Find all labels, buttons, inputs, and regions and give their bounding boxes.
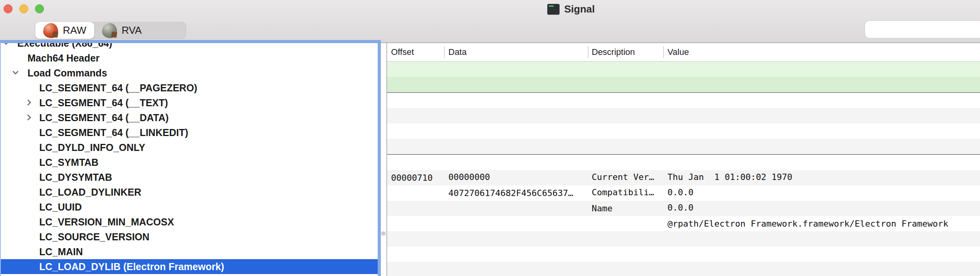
chevron-down-icon[interactable]: [3, 40, 9, 45]
sidebar-item-lc-source-version[interactable]: LC_SOURCE_VERSION: [1, 229, 378, 244]
titlebar: Signal RAW RVA: [0, 0, 980, 43]
table-row[interactable]: 000006F8 0000000C Command LC_LOAD_DYLIB: [387, 62, 980, 77]
machoview-icon: [43, 23, 58, 38]
sidebar-item-load-commands[interactable]: Load Commands: [1, 65, 378, 80]
search-input[interactable]: [870, 21, 980, 38]
pane-splitter[interactable]: [381, 43, 386, 276]
document-icon: [547, 4, 559, 15]
sidebar-item-lc-symtab[interactable]: LC_SYMTAB: [1, 155, 378, 170]
table-row[interactable]: 00000700 00000018 Str Offset 24: [387, 93, 980, 108]
segment-raw-label: RAW: [63, 24, 86, 36]
column-header-data[interactable]: Data: [448, 43, 466, 61]
chevron-right-icon[interactable]: [25, 100, 31, 106]
table-row[interactable]: 00000710 4072706174682F456C65637… Name @…: [387, 155, 980, 170]
segment-rva-label: RVA: [122, 24, 142, 36]
sidebar-item-lc-segment-pagezero[interactable]: LC_SEGMENT_64 (__PAGEZERO): [1, 80, 378, 95]
sidebar-item-lc-dysymtab[interactable]: LC_DYSYMTAB: [1, 170, 378, 185]
close-button[interactable]: [4, 4, 13, 13]
header-separator: [663, 46, 664, 58]
sidebar-item-executable[interactable]: Executable (X86_64): [1, 40, 378, 51]
empty-row: [387, 231, 980, 247]
raw-rva-segmented-control: RAW RVA: [35, 22, 186, 39]
header-separator: [588, 46, 589, 58]
table-row[interactable]: 00000704 00000002 Time Stamp Thu Jan 1 0…: [387, 108, 980, 123]
outline-pane: Executable (X86_64) Mach64 Header Load C…: [0, 40, 381, 276]
sidebar-item-lc-uuid[interactable]: LC_UUID: [1, 200, 378, 214]
table-row[interactable]: 000006FC 00000050 Command Size 80: [387, 77, 980, 93]
table-row[interactable]: 00000708 00000000 Current Ver… 0.0.0: [387, 123, 980, 139]
sidebar-item-lc-load-dylib-selected[interactable]: LC_LOAD_DYLIB (Electron Framework): [1, 259, 378, 274]
sidebar-item-lc-version-min-macosx[interactable]: LC_VERSION_MIN_MACOSX: [1, 214, 378, 229]
sidebar-item-lc-dyld-info-only[interactable]: LC_DYLD_INFO_ONLY: [1, 140, 378, 155]
search-field[interactable]: [865, 20, 980, 38]
column-header-offset[interactable]: Offset: [391, 43, 414, 61]
table-row[interactable]: 0000070C 00000000 Compatibili… 0.0.0: [387, 139, 980, 155]
segment-rva[interactable]: RVA: [94, 22, 150, 39]
empty-row: [387, 262, 980, 276]
traffic-lights: [4, 4, 44, 13]
sidebar-item-lc-load-dylinker[interactable]: LC_LOAD_DYLINKER: [1, 185, 378, 200]
empty-row: [387, 247, 980, 262]
chevron-down-icon[interactable]: [13, 69, 19, 75]
column-header-description[interactable]: Description: [592, 43, 635, 61]
sidebar-item-lc-segment-linkedit[interactable]: LC_SEGMENT_64 (__LINKEDIT): [1, 125, 378, 140]
sidebar-item-lc-segment-text[interactable]: LC_SEGMENT_64 (__TEXT): [1, 95, 378, 110]
segment-raw[interactable]: RAW: [35, 22, 94, 39]
splitter-handle-icon[interactable]: [381, 231, 386, 236]
zoom-button[interactable]: [35, 4, 44, 13]
table-header: Offset Data Description Value: [387, 43, 980, 62]
window-title: Signal: [564, 3, 595, 15]
sidebar-item-lc-main[interactable]: LC_MAIN: [1, 244, 378, 259]
chevron-right-icon[interactable]: [25, 114, 31, 121]
sidebar-item-mach64-header[interactable]: Mach64 Header: [1, 51, 378, 65]
sidebar-item-lc-segment-data[interactable]: LC_SEGMENT_64 (__DATA): [1, 110, 378, 125]
detail-table-pane: Offset Data Description Value 000006F8 0…: [386, 43, 980, 276]
outline-tree: Executable (X86_64) Mach64 Header Load C…: [1, 40, 378, 274]
column-header-value[interactable]: Value: [667, 43, 689, 61]
machoview-icon-gray: [102, 23, 117, 38]
app-window: Signal RAW RVA Executable (X86_64: [0, 0, 980, 276]
header-separator: [444, 46, 445, 58]
window-title-area: Signal: [547, 2, 595, 16]
minimize-button[interactable]: [19, 4, 28, 13]
